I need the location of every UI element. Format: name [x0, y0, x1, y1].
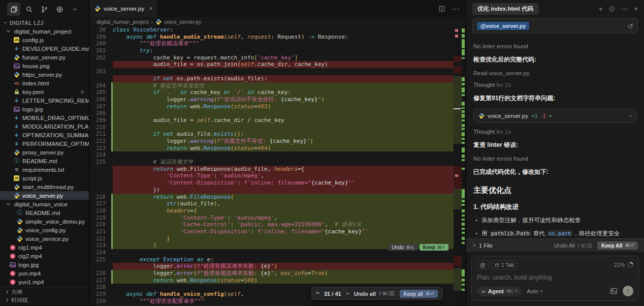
undo-hunk-button[interactable]: Undo⌘N	[388, 244, 417, 251]
tab-context-chip[interactable]: 1 Tab	[492, 260, 518, 269]
timeline-section[interactable]: 时间线	[0, 296, 89, 304]
context-file-chip[interactable]: @voice_server.py	[477, 22, 529, 30]
code-line[interactable]: 220'Cache-Control': 'public, max-age=315…	[89, 221, 466, 228]
keep-hunk-button[interactable]: Keep⌘Y	[420, 244, 448, 251]
chat-tab-title[interactable]: 优化 index.html 代码	[472, 3, 538, 15]
file-item-developer-guide-md[interactable]: DEVELOPER_GUIDE.md	[0, 44, 89, 53]
file-item-config-js[interactable]: JSconfig.js	[0, 36, 89, 44]
file-item-funasr-server-py[interactable]: funasr_server.py	[0, 53, 89, 62]
code-line[interactable]: 204# 验证文件名安全性	[89, 82, 466, 89]
code-line[interactable]: if not os.path.exists(audio_file):	[89, 75, 466, 82]
breadcrumb-folder[interactable]: digital_human_project	[96, 19, 149, 25]
code-line[interactable]: 201try:	[89, 47, 466, 54]
attach-image-icon[interactable]	[610, 288, 618, 294]
code-line[interactable]: audio_file = os.path.join(self.cache_dir…	[89, 61, 466, 68]
source-control-icon[interactable]	[38, 3, 51, 16]
next-change-icon[interactable]	[346, 291, 349, 295]
file-item-optimization-summary-[interactable]: OPTIMIZATION_SUMMARY....	[0, 131, 89, 139]
code-line[interactable]: 211if not audio_file.exists():	[89, 131, 466, 138]
workspace-header[interactable]: DIGITAL LZJ	[0, 18, 89, 27]
code-line[interactable]: 199async def handle_audio_stream(self, r…	[89, 34, 466, 41]
file-item-logo-jpg[interactable]: logo.jpg	[0, 105, 89, 113]
expand-files-icon[interactable]	[472, 243, 475, 247]
code-line[interactable]: 217str(audio_file),	[89, 200, 466, 207]
code-line[interactable]: 203	[89, 68, 466, 75]
code-line[interactable]: 30class VoiceServer:	[89, 26, 466, 34]
file-item-key-pem[interactable]: key.pemø	[0, 87, 89, 96]
code-line[interactable]: 207return web.Response(status=403)	[89, 103, 466, 110]
file-item-script-js[interactable]: JSscript.js	[0, 174, 89, 182]
file-item-mobile-drag-optimizati-[interactable]: MOBILE_DRAG_OPTIMIZATI...	[0, 113, 89, 122]
file-item-performance-optimiza-[interactable]: PERFORMANCE_OPTIMIZA...	[0, 139, 89, 148]
code-line[interactable]: return web.FileResponse(audio_file, head…	[89, 166, 466, 173]
file-item-voice-service-py[interactable]: voice_service.py	[0, 234, 89, 243]
file-item-readme-md[interactable]: ⓘREADME.md	[0, 157, 89, 165]
close-tab-icon[interactable]: ×	[149, 5, 153, 12]
code-line[interactable]: 222}	[89, 235, 466, 242]
file-item-yun1-mp4[interactable]: yun1.mp4	[0, 278, 89, 286]
code-line[interactable]: 227return web.Response(status=500)	[89, 277, 466, 284]
code-line[interactable]: 215# 返回音频文件	[89, 159, 466, 166]
code-line[interactable]: 221'Content-Disposition': f'inline; file…	[89, 228, 466, 235]
keep-all-button[interactable]: Keep all⌘⏎	[400, 290, 438, 298]
search-icon[interactable]	[22, 3, 36, 16]
expand-diff-icon[interactable]	[629, 113, 632, 117]
code-line[interactable]: 202cache_key = request.match_info['cache…	[89, 54, 466, 62]
file-diff-card[interactable]: voice_server.py+1-1•	[473, 109, 637, 123]
history-icon[interactable]	[608, 6, 615, 12]
code-area[interactable]: 30class VoiceServer:199async def handle_…	[89, 26, 466, 306]
file-item-yun-mp4[interactable]: yun.mp4	[0, 269, 89, 278]
manage-icon[interactable]	[53, 3, 66, 16]
tab-voice-server[interactable]: voice_server.py ×	[89, 0, 158, 17]
code-line[interactable]: 'Content-Disposition': f'inline; filenam…	[89, 179, 466, 187]
file-item-index-html[interactable]: <>index.html	[0, 79, 89, 87]
file-item-readme-md[interactable]: ⓘREADME.md	[0, 208, 89, 217]
keep-all-files-button[interactable]: Keep All⌘⏎	[597, 241, 638, 250]
outline-section[interactable]: 大纲	[0, 288, 89, 296]
code-line[interactable]: 206logger.warning(f"尝试访问不安全路径: {cache_ke…	[89, 96, 466, 103]
file-item-letter-spacing-remov-[interactable]: LETTER_SPACING_REMOV...	[0, 96, 89, 105]
overview-ruler[interactable]	[454, 26, 466, 306]
undo-all-button[interactable]: Undo all ⇧⌘⌫	[354, 291, 395, 297]
new-chat-icon[interactable]: +	[599, 5, 603, 13]
files-count[interactable]: 1 File	[479, 242, 493, 249]
prev-change-icon[interactable]	[316, 292, 319, 295]
file-item-voice-server-py[interactable]: voice_server.py	[0, 191, 89, 200]
file-item-simple-voice-demo-py[interactable]: simple_voice_demo.py	[0, 217, 89, 226]
code-line[interactable]: 200"""处理音频流请求"""	[89, 40, 466, 47]
file-item-cig2-mp4[interactable]: cig2.mp4	[0, 252, 89, 260]
code-line[interactable]: logger.error(f"处理音频流请求失败: {e}")	[89, 263, 466, 270]
composer-placeholder[interactable]: Plan, search, build anything	[477, 274, 633, 281]
revert-icon[interactable]: ↺	[628, 22, 633, 30]
code-line[interactable]: 'Content-Type': 'audio/mpeg',	[89, 172, 466, 179]
file-item-https-server-py[interactable]: https_server.py	[0, 70, 89, 79]
send-button[interactable]: ↑	[623, 286, 633, 296]
add-context-button[interactable]: @	[477, 260, 489, 269]
model-selector[interactable]: Auto	[527, 288, 542, 294]
file-item-cig1-mp4[interactable]: cig1.mp4	[0, 243, 89, 252]
close-panel-icon[interactable]: ×	[634, 5, 638, 13]
context-input[interactable]: @voice_server.py ↺	[472, 18, 638, 34]
breadcrumb-file[interactable]: voice_server.py	[164, 19, 201, 25]
code-line[interactable]: 218headers={	[89, 207, 466, 215]
file-item-proxy-server-py[interactable]: proxy_server.py	[0, 148, 89, 157]
file-item-voice-config-py[interactable]: voice_config.py	[0, 226, 89, 234]
code-line[interactable]: 225except Exception as e:	[89, 256, 466, 263]
agent-mode-selector[interactable]: ∞ Agent ⌘I	[477, 287, 522, 296]
undo-all-files-button[interactable]: Undo All ⇧⌘⌫	[554, 242, 592, 249]
code-line[interactable]: 209audio_file = self.cache_dir / cache_k…	[89, 117, 466, 124]
file-item-logo-jpg[interactable]: logo.jpg	[0, 260, 89, 269]
code-line[interactable]: 213return web.Response(status=404)	[89, 145, 466, 152]
files-icon[interactable]	[7, 3, 20, 16]
chat-composer[interactable]: @ 1 Tab 21% Plan, search, build anything…	[471, 256, 639, 301]
code-line[interactable]: 208	[89, 110, 466, 117]
file-item-modularization-plan-md[interactable]: MODULARIZATION_PLAN.md	[0, 122, 89, 131]
code-line[interactable]: 212logger.warning(f"音频文件不存在: {cache_key}…	[89, 138, 466, 145]
breadcrumb[interactable]: digital_human_project › voice_server.py	[89, 17, 466, 26]
folder-item-digital-human-voice[interactable]: digital_human_voice	[0, 200, 89, 208]
code-line[interactable]: 210	[89, 124, 466, 131]
file-item-start-multithread-py[interactable]: start_multithread.py	[0, 182, 89, 191]
code-line[interactable]: 214	[89, 151, 466, 159]
more-actions-icon[interactable]: ⋯	[452, 4, 460, 14]
chevron-down-icon[interactable]	[68, 3, 81, 16]
